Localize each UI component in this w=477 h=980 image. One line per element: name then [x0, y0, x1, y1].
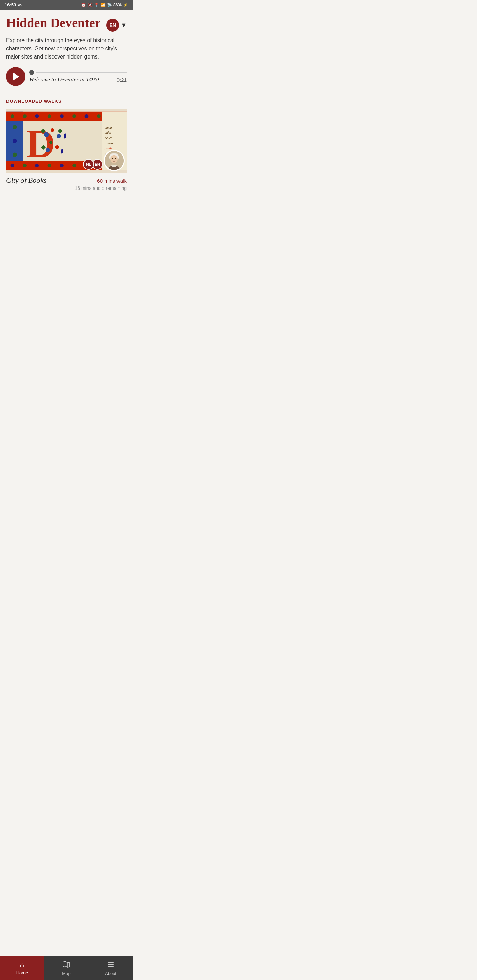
battery-icon: ⚡ [123, 3, 128, 8]
status-icons: ⏰ 🔇 📍 📶 📡 86% ⚡ [81, 3, 128, 8]
mute-icon: 🔇 [88, 3, 93, 8]
main-content: Hidden Deventer EN ▼ Explore the city th… [0, 10, 133, 246]
walk-image[interactable]: D gmmr onfei [6, 108, 127, 173]
lang-badge-nl: NL [83, 159, 94, 170]
svg-point-30 [55, 145, 59, 149]
progress-dot[interactable] [29, 70, 34, 75]
battery-level: 86% [113, 3, 121, 8]
avatar-image [105, 151, 124, 170]
svg-text:psalter: psalter [104, 146, 114, 150]
svg-point-17 [60, 164, 64, 167]
status-bar: 16:53 ∞ ⏰ 🔇 📍 📶 📡 86% ⚡ [0, 0, 133, 10]
walk-duration: 60 mins walk [97, 178, 127, 184]
walk-card[interactable]: D gmmr onfei [6, 108, 127, 195]
section-label-downloads: DOWNLOADED WALKS [6, 99, 127, 104]
svg-point-21 [13, 125, 17, 129]
chevron-down-icon[interactable]: ▼ [121, 22, 127, 29]
svg-point-10 [72, 115, 76, 118]
divider-2 [6, 199, 127, 199]
walk-audio-remaining: 16 mins audio remaining [6, 185, 127, 195]
svg-text:rounxe: rounxe [105, 141, 114, 145]
svg-point-7 [35, 115, 39, 118]
svg-point-8 [48, 115, 51, 118]
svg-point-48 [114, 159, 115, 160]
audio-info: Welcome to Deventer in 1495! 0:21 [29, 70, 127, 83]
svg-text:gmmr: gmmr [105, 126, 112, 129]
svg-point-28 [56, 134, 61, 138]
svg-text:onfei: onfei [105, 130, 111, 134]
app-title: Hidden Deventer [6, 16, 106, 30]
svg-text:beuer: beuer [105, 136, 112, 140]
svg-point-12 [97, 115, 101, 118]
walk-name: City of Books [6, 176, 47, 185]
svg-point-47 [115, 158, 116, 159]
signal-icon: 📡 [107, 3, 112, 8]
audio-player: Welcome to Deventer in 1495! 0:21 [6, 67, 127, 86]
lang-badge[interactable]: EN [106, 19, 119, 32]
progress-bar[interactable] [36, 72, 127, 73]
walk-avatar [104, 150, 124, 171]
svg-point-31 [46, 148, 50, 153]
svg-point-6 [23, 115, 27, 118]
svg-point-22 [13, 139, 17, 143]
wifi-icon: 📶 [101, 3, 105, 8]
audio-duration: 0:21 [117, 77, 127, 83]
location-icon: 📍 [94, 3, 99, 8]
language-selector[interactable]: EN ▼ [106, 19, 127, 32]
audio-title-row: Welcome to Deventer in 1495! 0:21 [29, 76, 127, 83]
svg-point-9 [60, 115, 64, 118]
svg-point-11 [85, 115, 89, 118]
walk-lang-badges: NL EN [83, 159, 103, 170]
alarm-icon: ⏰ [81, 3, 86, 8]
svg-point-5 [11, 115, 14, 118]
svg-point-27 [51, 128, 54, 132]
svg-point-18 [72, 164, 76, 167]
svg-point-46 [112, 158, 113, 159]
walk-info-row: City of Books 60 mins walk [6, 173, 127, 185]
divider-1 [6, 93, 127, 93]
svg-point-23 [13, 153, 17, 157]
audio-progress-row [29, 70, 127, 75]
header-row: Hidden Deventer EN ▼ [6, 16, 127, 32]
audio-title: Welcome to Deventer in 1495! [29, 76, 99, 83]
play-icon [13, 73, 19, 80]
play-button[interactable] [6, 67, 25, 86]
svg-point-26 [44, 132, 49, 137]
status-time: 16:53 ∞ [5, 2, 22, 8]
svg-point-13 [11, 164, 14, 167]
app-description: Explore the city through the eyes of his… [6, 37, 127, 61]
svg-point-29 [49, 141, 53, 144]
infinity-icon: ∞ [18, 2, 22, 8]
